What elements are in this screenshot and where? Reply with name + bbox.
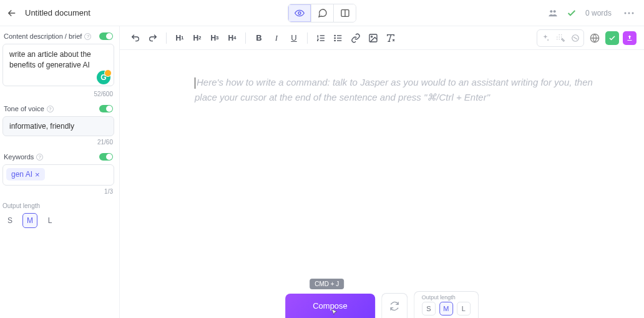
link-button[interactable] — [348, 30, 364, 46]
svg-point-18 — [371, 36, 373, 37]
svg-point-0 — [298, 12, 301, 14]
help-icon[interactable]: ? — [84, 33, 91, 40]
shield-check-icon[interactable] — [605, 31, 619, 45]
bottom-size-l-button[interactable]: L — [457, 302, 471, 316]
help-icon[interactable]: ? — [36, 154, 43, 161]
tone-counter: 21/60 — [2, 139, 113, 146]
underline-button[interactable]: U — [286, 30, 302, 46]
keywords-input[interactable]: gen AI × — [2, 164, 114, 186]
ai-sparkle-icon[interactable] — [539, 31, 552, 45]
italic-button[interactable]: I — [268, 30, 285, 46]
ordered-list-button[interactable] — [313, 30, 329, 46]
bottom-output-length: Output length S M L — [414, 291, 479, 318]
bottom-size-s-button[interactable]: S — [422, 302, 436, 316]
undo-button[interactable] — [127, 30, 144, 46]
shortcut-hint: CMD + J — [310, 279, 344, 289]
editor-toolbar: H1 H2 H3 H4 B I U — [120, 26, 644, 50]
wand-icon[interactable] — [554, 31, 567, 45]
size-s-button[interactable]: S — [2, 213, 17, 228]
split-view-button[interactable] — [333, 4, 356, 22]
tone-label: Tone of voice ? — [4, 105, 54, 112]
brief-label: Content description / brief ? — [4, 32, 91, 40]
settings-sidebar: Content description / brief ? G 52/600 T… — [0, 26, 120, 318]
unordered-list-button[interactable] — [330, 30, 346, 46]
collaborators-icon[interactable] — [548, 8, 558, 18]
image-button[interactable] — [365, 30, 381, 46]
clear-format-button[interactable] — [383, 30, 399, 46]
brief-toggle[interactable] — [99, 32, 113, 40]
bold-button[interactable]: B — [251, 30, 267, 46]
h4-button[interactable]: H4 — [224, 30, 240, 46]
view-mode-switcher — [288, 4, 356, 22]
size-l-button[interactable]: L — [42, 213, 57, 228]
svg-point-7 — [632, 12, 634, 14]
h2-button[interactable]: H2 — [189, 30, 205, 46]
help-icon[interactable]: ? — [47, 106, 54, 112]
remove-chip-icon[interactable]: × — [35, 171, 40, 179]
cursor-icon — [330, 308, 339, 317]
compose-button[interactable]: Compose — [285, 294, 375, 318]
svg-line-20 — [573, 37, 577, 39]
keywords-toggle[interactable] — [99, 153, 113, 161]
tone-input[interactable] — [2, 116, 114, 136]
bottom-size-m-button[interactable]: M — [439, 302, 453, 316]
output-length-group: S M L — [2, 213, 114, 228]
app-header: Untitled document 0 words — [0, 0, 644, 26]
more-menu-button[interactable] — [620, 11, 638, 16]
brief-counter: 52/600 — [2, 91, 113, 97]
word-count: 0 words — [585, 9, 612, 17]
saved-checkmark-icon — [567, 8, 577, 18]
editor-placeholder: Here's how to write a command: talk to J… — [195, 75, 594, 105]
back-arrow[interactable] — [6, 7, 17, 19]
svg-point-14 — [334, 35, 335, 36]
keywords-counter: 1/3 — [2, 188, 113, 195]
output-length-label: Output length — [2, 202, 114, 209]
bottom-output-length-label: Output length — [422, 294, 471, 301]
svg-point-16 — [334, 40, 335, 41]
redo-button[interactable] — [145, 30, 161, 46]
svg-point-15 — [334, 37, 335, 38]
circle-icon[interactable] — [568, 31, 582, 45]
tone-toggle[interactable] — [99, 105, 113, 112]
h3-button[interactable]: H3 — [207, 30, 223, 46]
upload-badge-icon[interactable] — [623, 31, 637, 45]
h1-button[interactable]: H1 — [172, 30, 188, 46]
svg-point-6 — [628, 12, 630, 14]
chat-view-button[interactable] — [311, 4, 333, 22]
eye-view-button[interactable] — [288, 4, 311, 22]
svg-point-5 — [625, 12, 627, 14]
svg-point-4 — [554, 10, 556, 12]
keywords-label: Keywords ? — [4, 153, 43, 161]
keyword-chip: gen AI × — [6, 168, 45, 181]
editor-pane: H1 H2 H3 H4 B I U — [120, 26, 644, 318]
editor-body[interactable]: Here's how to write a command: talk to J… — [120, 50, 644, 318]
document-title[interactable]: Untitled document — [25, 8, 90, 17]
compose-bar: CMD + J Compose Output length S M L — [285, 291, 479, 318]
size-m-button[interactable]: M — [22, 213, 37, 228]
globe-icon[interactable] — [588, 31, 602, 45]
svg-point-3 — [550, 10, 552, 12]
regenerate-button[interactable] — [381, 293, 407, 318]
